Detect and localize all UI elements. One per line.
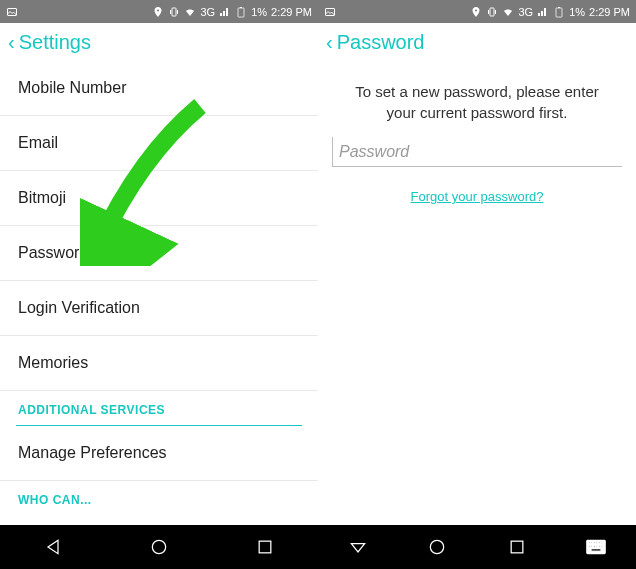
nav-recent-icon[interactable]	[507, 537, 527, 557]
svg-rect-22	[596, 545, 598, 547]
svg-rect-17	[599, 542, 601, 544]
statusbar: 3G 1% 2:29 PM	[318, 0, 636, 23]
svg-rect-5	[259, 541, 271, 553]
svg-rect-18	[601, 542, 603, 544]
vibrate-icon	[486, 6, 498, 18]
network-indicator: 3G	[200, 6, 215, 18]
image-icon	[324, 6, 336, 18]
wifi-icon	[184, 6, 196, 18]
svg-rect-19	[589, 545, 591, 547]
network-indicator: 3G	[518, 6, 533, 18]
section-additional-services: ADDITIONAL SERVICES	[0, 391, 318, 425]
svg-point-10	[431, 540, 444, 553]
svg-rect-21	[594, 545, 596, 547]
forgot-password-link[interactable]: Forgot your password?	[411, 189, 544, 204]
signal-icon	[537, 6, 549, 18]
password-input[interactable]	[332, 137, 622, 167]
nav-home-icon[interactable]	[149, 537, 169, 557]
svg-rect-20	[591, 545, 593, 547]
svg-rect-3	[240, 7, 242, 8]
nav-recent-icon[interactable]	[255, 537, 275, 557]
wifi-icon	[502, 6, 514, 18]
settings-item-password[interactable]: Password	[0, 226, 318, 280]
nav-home-icon[interactable]	[427, 537, 447, 557]
svg-rect-11	[511, 541, 523, 553]
battery-percent: 1%	[569, 6, 585, 18]
svg-point-4	[152, 540, 165, 553]
svg-rect-16	[596, 542, 598, 544]
battery-icon	[553, 6, 565, 18]
settings-item-bitmoji[interactable]: Bitmoji	[0, 171, 318, 225]
back-icon[interactable]: ‹	[326, 31, 333, 54]
svg-rect-23	[599, 545, 601, 547]
svg-rect-8	[556, 8, 562, 17]
header-title: Password	[337, 31, 425, 54]
image-icon	[6, 6, 18, 18]
signal-icon	[219, 6, 231, 18]
android-navbar	[0, 525, 318, 569]
vibrate-icon	[168, 6, 180, 18]
battery-icon	[235, 6, 247, 18]
header-title: Settings	[19, 31, 91, 54]
settings-item-memories[interactable]: Memories	[0, 336, 318, 390]
clock: 2:29 PM	[589, 6, 630, 18]
svg-rect-25	[591, 549, 601, 552]
settings-item-login-verification[interactable]: Login Verification	[0, 281, 318, 335]
statusbar: 3G 1% 2:29 PM	[0, 0, 318, 23]
svg-rect-13	[589, 542, 591, 544]
settings-item-mobile-number[interactable]: Mobile Number	[0, 61, 318, 115]
back-icon[interactable]: ‹	[8, 31, 15, 54]
svg-rect-1	[172, 8, 176, 16]
battery-percent: 1%	[251, 6, 267, 18]
settings-item-manage-preferences[interactable]: Manage Preferences	[0, 426, 318, 480]
svg-rect-9	[558, 7, 560, 8]
nav-back-down-icon[interactable]	[348, 537, 368, 557]
password-header: ‹ Password	[318, 23, 636, 61]
password-instruction: To set a new password, please enter your…	[318, 61, 636, 137]
svg-rect-14	[591, 542, 593, 544]
settings-header: ‹ Settings	[0, 23, 318, 61]
nav-back-icon[interactable]	[43, 537, 63, 557]
android-navbar	[318, 525, 636, 569]
keyboard-icon[interactable]	[586, 537, 606, 557]
svg-rect-24	[601, 545, 603, 547]
svg-rect-15	[594, 542, 596, 544]
svg-rect-7	[490, 8, 494, 16]
settings-item-email[interactable]: Email	[0, 116, 318, 170]
svg-rect-2	[238, 8, 244, 17]
section-who-can: WHO CAN...	[0, 481, 318, 515]
location-icon	[152, 6, 164, 18]
clock: 2:29 PM	[271, 6, 312, 18]
location-icon	[470, 6, 482, 18]
